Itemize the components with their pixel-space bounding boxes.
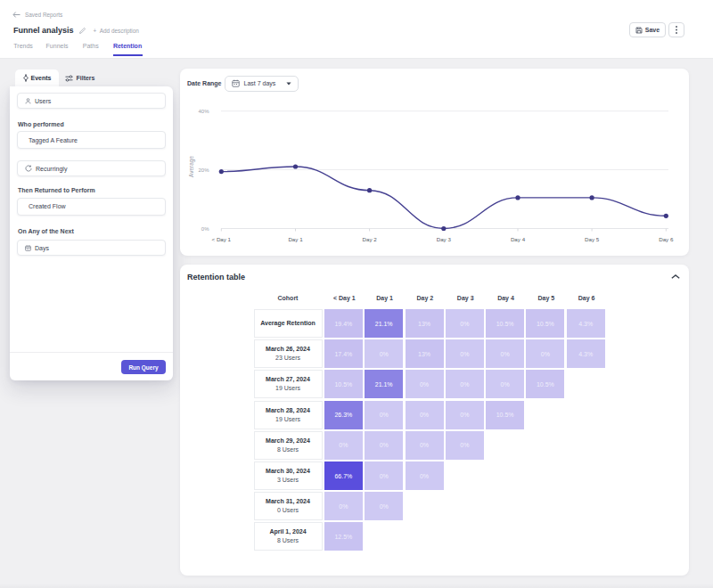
svg-text:< Day 1: < Day 1 [212, 236, 232, 242]
svg-text:20%: 20% [198, 167, 209, 173]
svg-text:Day 1: Day 1 [288, 236, 303, 242]
svg-text:Day 6: Day 6 [659, 236, 674, 242]
svg-text:40%: 40% [198, 109, 209, 114]
svg-text:Average: Average [188, 156, 195, 177]
svg-text:0%: 0% [201, 226, 209, 232]
svg-text:Day 2: Day 2 [363, 236, 378, 242]
svg-text:Day 3: Day 3 [437, 236, 452, 242]
svg-text:Day 5: Day 5 [585, 236, 600, 242]
svg-text:Day 4: Day 4 [511, 236, 526, 242]
